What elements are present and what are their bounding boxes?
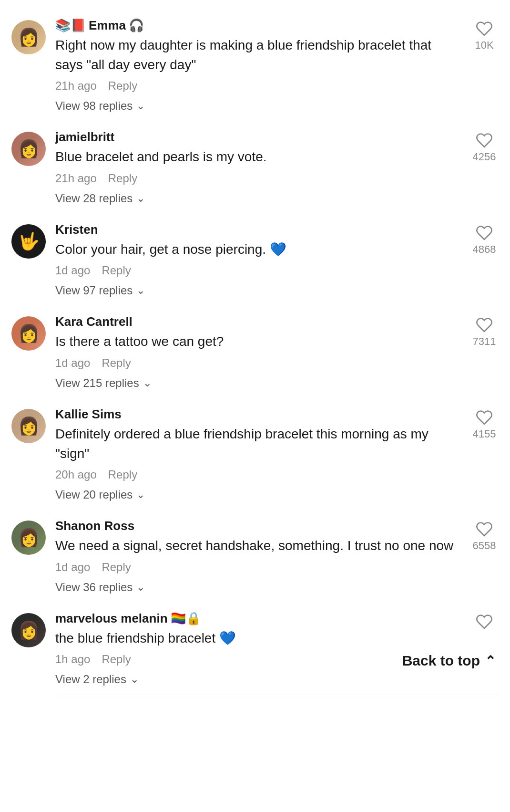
comment-time: 1d ago xyxy=(55,264,90,277)
comment-username: jamielbritt xyxy=(55,130,460,145)
comment-username: Kallie Sims xyxy=(55,407,460,422)
comment-time: 1d ago xyxy=(55,356,90,370)
reply-button[interactable]: Reply xyxy=(102,264,131,277)
comment-wrapper: 👩jamielbrittBlue bracelet and pearls is … xyxy=(0,121,510,214)
username-suffix-emoji: 🎧 xyxy=(129,18,144,33)
reply-button[interactable]: Reply xyxy=(102,356,131,370)
like-section: 10K xyxy=(470,18,499,52)
comment-time: 1h ago xyxy=(55,653,90,666)
avatar: 👩 xyxy=(11,316,46,351)
reply-button[interactable]: Reply xyxy=(108,172,137,185)
like-section: 4256 xyxy=(470,130,499,163)
comment-content: 📚📕Emma🎧Right now my daughter is making a… xyxy=(55,18,499,121)
comment-text: Definitely ordered a blue friendship bra… xyxy=(55,425,460,463)
view-replies-button[interactable]: View 98 replies⌄ xyxy=(55,99,145,113)
chevron-down-icon: ⌄ xyxy=(136,581,145,593)
avatar-emoji: 👩 xyxy=(18,323,40,344)
view-replies-button[interactable]: View 20 replies⌄ xyxy=(55,488,145,501)
comment-item: 👩jamielbrittBlue bracelet and pearls is … xyxy=(0,121,510,214)
reply-button[interactable]: Reply xyxy=(108,468,137,481)
avatar-emoji: 👩 xyxy=(18,416,40,436)
avatar: 👩 xyxy=(11,613,46,647)
avatar-emoji: 🤟 xyxy=(18,231,39,251)
comment-body: KristenColor your hair, get a nose pierc… xyxy=(55,222,470,278)
like-section: 4868 xyxy=(470,222,499,256)
comment-text: Blue bracelet and pearls is my vote. xyxy=(55,147,460,167)
comment-body: Shanon RossWe need a signal, secret hand… xyxy=(55,519,470,574)
reply-button[interactable]: Reply xyxy=(102,653,131,666)
heart-icon[interactable] xyxy=(476,613,493,630)
avatar-emoji: 👩 xyxy=(18,528,40,548)
reply-button[interactable]: Reply xyxy=(108,79,137,93)
comment-wrapper: 👩📚📕Emma🎧Right now my daughter is making … xyxy=(0,10,510,121)
back-to-top-text: Back to top xyxy=(402,653,480,669)
comment-wrapper: 🤟KristenColor your hair, get a nose pier… xyxy=(0,214,510,306)
comment-body: 📚📕Emma🎧Right now my daughter is making a… xyxy=(55,18,470,93)
comment-meta: 1h agoReply xyxy=(55,653,460,666)
comment-time: 21h ago xyxy=(55,79,97,93)
comments-list: 👩📚📕Emma🎧Right now my daughter is making … xyxy=(0,0,510,705)
avatar-emoji: 👩 xyxy=(18,139,40,159)
comment-content: jamielbrittBlue bracelet and pearls is m… xyxy=(55,130,499,214)
comment-text: Right now my daughter is making a blue f… xyxy=(55,36,460,74)
chevron-down-icon: ⌄ xyxy=(136,284,145,297)
chevron-down-icon: ⌄ xyxy=(143,377,152,389)
comment-username: marvelous melanin🏳️‍🌈🔒 xyxy=(55,611,460,626)
comment-header: 📚📕Emma🎧Right now my daughter is making a… xyxy=(55,18,499,93)
avatar: 👩 xyxy=(11,409,46,443)
like-count: 4155 xyxy=(473,428,496,440)
view-replies-text: View 28 replies xyxy=(55,192,133,205)
avatar: 👩 xyxy=(11,521,46,555)
comment-meta: 21h agoReply xyxy=(55,79,460,93)
reply-button[interactable]: Reply xyxy=(102,561,131,574)
comment-body: Kallie SimsDefinitely ordered a blue fri… xyxy=(55,407,470,481)
comment-username: Kristen xyxy=(55,222,460,237)
comment-item: 👩📚📕Emma🎧Right now my daughter is making … xyxy=(0,10,510,121)
view-replies-text: View 97 replies xyxy=(55,284,133,297)
heart-icon[interactable] xyxy=(476,316,493,333)
view-replies-text: View 20 replies xyxy=(55,488,133,501)
avatar-emoji: 👩 xyxy=(18,27,40,47)
comment-username: Kara Cantrell xyxy=(55,314,460,329)
view-replies-button[interactable]: View 2 replies⌄ xyxy=(55,673,139,686)
avatar-emoji: 👩 xyxy=(18,620,40,640)
chevron-down-icon: ⌄ xyxy=(136,100,145,112)
heart-icon[interactable] xyxy=(476,224,493,241)
like-section: 7311 xyxy=(470,314,499,348)
comment-item: 👩Kallie SimsDefinitely ordered a blue fr… xyxy=(0,398,510,510)
heart-icon[interactable] xyxy=(476,409,493,426)
comment-meta: 1d agoReply xyxy=(55,561,460,574)
view-replies-button[interactable]: View 36 replies⌄ xyxy=(55,581,145,594)
comment-wrapper: 👩Kallie SimsDefinitely ordered a blue fr… xyxy=(0,398,510,510)
heart-icon[interactable] xyxy=(476,521,493,538)
comment-content: Kallie SimsDefinitely ordered a blue fri… xyxy=(55,407,499,510)
chevron-down-icon: ⌄ xyxy=(130,673,139,686)
view-replies-button[interactable]: View 28 replies⌄ xyxy=(55,192,145,205)
like-section: 4155 xyxy=(470,407,499,440)
view-replies-button[interactable]: View 215 replies⌄ xyxy=(55,376,152,390)
avatar: 🤟 xyxy=(11,224,46,259)
like-count: 4868 xyxy=(473,243,496,256)
view-replies-text: View 98 replies xyxy=(55,99,133,113)
back-to-top-button[interactable]: Back to top⌃ xyxy=(402,653,496,669)
comment-header: jamielbrittBlue bracelet and pearls is m… xyxy=(55,130,499,185)
heart-icon[interactable] xyxy=(476,20,493,37)
view-replies-text: View 36 replies xyxy=(55,581,133,594)
like-count: 7311 xyxy=(473,335,496,348)
view-replies-text: View 215 replies xyxy=(55,376,139,390)
comment-header: Kallie SimsDefinitely ordered a blue fri… xyxy=(55,407,499,481)
avatar: 👩 xyxy=(11,20,46,54)
comment-time: 20h ago xyxy=(55,468,97,481)
comment-body: jamielbrittBlue bracelet and pearls is m… xyxy=(55,130,470,185)
view-replies-text: View 2 replies xyxy=(55,673,126,686)
username-text: Emma xyxy=(89,18,126,33)
chevron-down-icon: ⌄ xyxy=(136,489,145,501)
comment-item: 🤟KristenColor your hair, get a nose pier… xyxy=(0,214,510,306)
view-replies-button[interactable]: View 97 replies⌄ xyxy=(55,284,145,297)
comment-item: 👩Kara CantrellIs there a tattoo we can g… xyxy=(0,306,510,398)
comment-username: 📚📕Emma🎧 xyxy=(55,18,460,33)
comment-content: Kara CantrellIs there a tattoo we can ge… xyxy=(55,314,499,398)
heart-icon[interactable] xyxy=(476,132,493,149)
like-section xyxy=(470,611,499,630)
comment-wrapper: 👩marvelous melanin🏳️‍🌈🔒the blue friendsh… xyxy=(0,603,510,696)
